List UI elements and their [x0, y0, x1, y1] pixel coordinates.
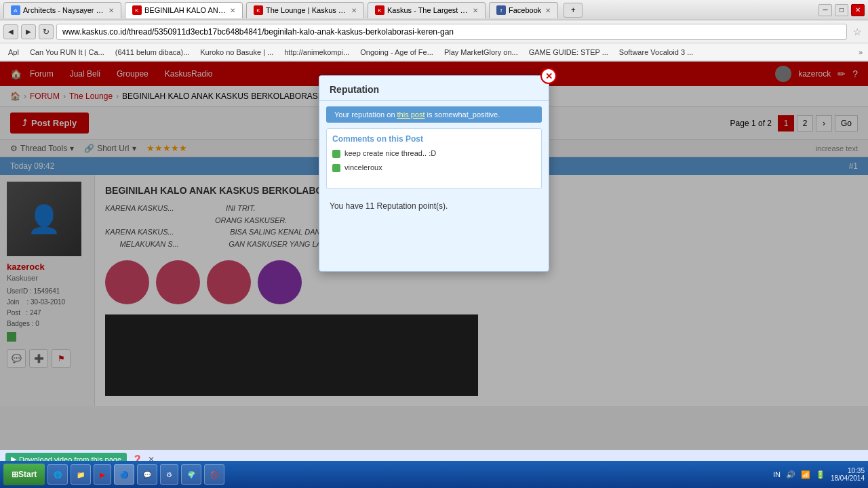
comment-item-2: vinceleroux — [332, 163, 536, 172]
maximize-button[interactable]: □ — [835, 4, 848, 16]
tab-favicon-facebook: f — [496, 5, 506, 15]
address-bar-row: ◀ ▶ ↻ ☆ — [0, 20, 868, 43]
start-button[interactable]: ⊞ Start — [3, 464, 45, 485]
bookmark-ongoing[interactable]: Ongoing - Age of Fe... — [357, 47, 436, 57]
tab-favicon-architects: A — [11, 5, 20, 15]
tab-lounge[interactable]: K The Lounge | Kaskus - Th... ✕ — [246, 2, 364, 18]
new-tab-button[interactable]: + — [564, 3, 583, 18]
bookmark-kuroko[interactable]: Kuroko no Basuke | ... — [197, 47, 276, 57]
bookmark-star-icon[interactable]: ☆ — [850, 24, 865, 39]
tab-architects[interactable]: A Architects - Naysayer by E... ✕ — [3, 2, 121, 18]
reputation-dialog: ✕ Reputation Your reputation on this pos… — [319, 75, 549, 272]
reputation-status: Your reputation on this post is somewhat… — [326, 106, 542, 123]
taskbar-app-files[interactable]: 📁 — [71, 464, 91, 485]
tab-close-lounge[interactable]: ✕ — [351, 7, 357, 14]
window-controls: ─ □ ✕ — [818, 4, 865, 16]
bookmark-apl[interactable]: Apl — [5, 47, 22, 57]
title-bar: A Architects - Naysayer by E... ✕ K BEGI… — [0, 0, 868, 20]
taskbar-app-tools[interactable]: ⚙ — [160, 464, 178, 485]
bookmark-marketglory[interactable]: Play MarketGlory on... — [441, 47, 521, 57]
taskbar-app-media[interactable]: ▶ — [94, 464, 111, 485]
taskbar: ⊞ Start 🌐 📁 ▶ 🔵 💬 ⚙ 🌍 🚫 IN 🔊 📶 🔋 10:35 1… — [0, 461, 868, 488]
comment-dot-1 — [332, 150, 340, 158]
taskbar-app-chat[interactable]: 💬 — [137, 464, 157, 485]
bookmark-canyorun[interactable]: Can You RUN It | Ca... — [27, 47, 107, 57]
forward-button[interactable]: ▶ — [21, 24, 36, 39]
page-content: 🏠 Forum Jual Beli Groupee KaskusRadio ka… — [0, 62, 868, 468]
taskbar-time: 10:35 18/04/2014 — [831, 467, 865, 482]
taskbar-app-globe[interactable]: 🌍 — [181, 464, 201, 485]
back-button[interactable]: ◀ — [3, 24, 18, 39]
bookmark-gameguide[interactable]: GAME GUIDE: STEP ... — [526, 47, 611, 57]
taskbar-lang: IN — [773, 470, 781, 479]
taskbar-app-chrome[interactable]: 🔵 — [114, 464, 134, 485]
tab-close-kaskus-main[interactable]: ✕ — [473, 7, 478, 14]
tab-close-facebook[interactable]: ✕ — [545, 7, 551, 14]
taskbar-app-block[interactable]: 🚫 — [204, 464, 224, 485]
reputation-points: You have 11 Reputation point(s). — [319, 195, 549, 218]
comments-title: Comments on this Post — [332, 134, 536, 144]
tab-close-kaskus-thread[interactable]: ✕ — [230, 7, 235, 14]
dialog-title: Reputation — [319, 76, 549, 101]
browser-chrome: A Architects - Naysayer by E... ✕ K BEGI… — [0, 0, 868, 62]
tab-favicon-lounge: K — [254, 5, 263, 15]
bookmarks-overflow[interactable]: » — [859, 48, 863, 56]
comment-dot-2 — [332, 164, 340, 172]
taskbar-sound-icon[interactable]: 🔊 — [786, 470, 795, 479]
bookmark-vocaloid[interactable]: Software Vocaloid 3 ... — [616, 47, 696, 57]
tab-facebook[interactable]: f Facebook ✕ — [489, 2, 558, 18]
tab-favicon-kaskus-thread: K — [132, 5, 142, 15]
tab-close-architects[interactable]: ✕ — [108, 7, 114, 14]
tab-kaskus-thread[interactable]: K BEGINILAH KALO ANAK K... ✕ — [125, 2, 243, 18]
taskbar-app-ie[interactable]: 🌐 — [47, 464, 68, 485]
taskbar-network-icon[interactable]: 📶 — [801, 470, 810, 479]
minimize-button[interactable]: ─ — [818, 4, 832, 16]
this-post-link[interactable]: this post — [397, 110, 425, 119]
bookmarks-bar: Apl Can You RUN It | Ca... (6411 belum d… — [0, 43, 868, 61]
tab-favicon-kaskus-main: K — [375, 5, 384, 15]
reputation-dialog-overlay: ✕ Reputation Your reputation on this pos… — [0, 62, 868, 468]
taskbar-right: IN 🔊 📶 🔋 10:35 18/04/2014 — [773, 467, 865, 482]
refresh-button[interactable]: ↻ — [39, 24, 54, 39]
address-bar-input[interactable] — [56, 24, 847, 40]
comments-section: Comments on this Post keep create nice t… — [326, 128, 542, 189]
bookmark-animekompi[interactable]: http://animekompi... — [281, 47, 352, 57]
close-button[interactable]: ✕ — [851, 4, 865, 16]
dialog-close-button[interactable]: ✕ — [540, 68, 557, 84]
taskbar-battery-icon[interactable]: 🔋 — [816, 470, 825, 479]
tab-kaskus-main[interactable]: K Kaskus - The Largest Indo... ✕ — [368, 2, 486, 18]
comment-item-1: keep create nice thread.. :D — [332, 149, 536, 158]
bookmark-belum-dibaca[interactable]: (6411 belum dibaca)... — [113, 47, 192, 57]
